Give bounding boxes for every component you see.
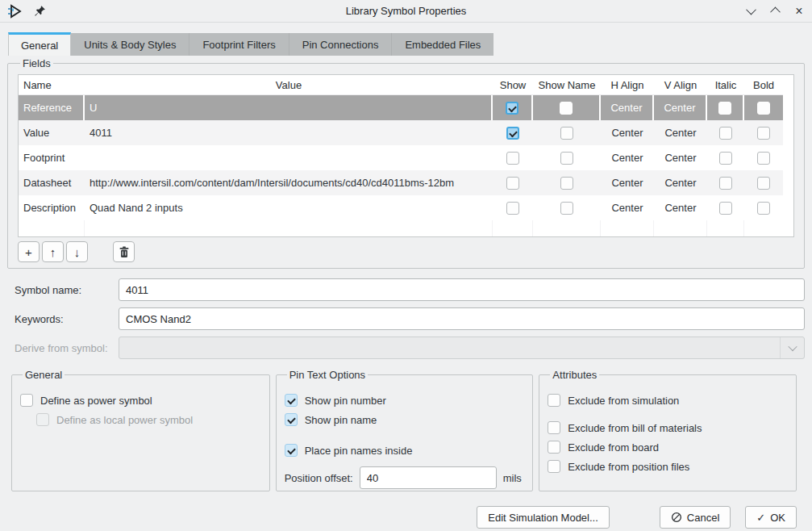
- tab-general[interactable]: General: [8, 32, 71, 56]
- show-name-checkbox[interactable]: [560, 177, 573, 190]
- checkbox-row[interactable]: Exclude from simulation: [548, 394, 788, 407]
- show-name-checkbox[interactable]: [560, 127, 573, 140]
- v-align-cell[interactable]: Center: [654, 195, 707, 220]
- place-pin-names-inside-checkbox[interactable]: [285, 444, 298, 457]
- table-row[interactable]: ReferenceUCenterCenter: [19, 95, 783, 120]
- field-value-cell[interactable]: http://www.intersil.com/content/dam/Inte…: [85, 170, 493, 195]
- ok-button[interactable]: ✓ OK: [745, 506, 797, 529]
- checkbox-row[interactable]: Show pin name: [285, 413, 525, 426]
- show-cell[interactable]: [493, 120, 533, 145]
- show-name-cell[interactable]: [533, 195, 601, 220]
- show-checkbox[interactable]: [506, 152, 519, 165]
- field-name-cell[interactable]: Datasheet: [19, 170, 85, 195]
- exclude-from-position-files-checkbox[interactable]: [548, 460, 560, 473]
- show-pin-name-checkbox[interactable]: [285, 413, 298, 426]
- h-align-cell[interactable]: Center: [601, 95, 654, 120]
- field-value-cell[interactable]: Quad Nand 2 inputs: [85, 195, 493, 220]
- v-align-cell[interactable]: Center: [654, 120, 707, 145]
- window-shade-button[interactable]: [744, 5, 757, 18]
- italic-cell[interactable]: [707, 195, 744, 220]
- italic-checkbox[interactable]: [719, 177, 732, 190]
- tab-pin-connections[interactable]: Pin Connections: [289, 33, 392, 56]
- field-value-cell[interactable]: 4011: [85, 120, 493, 145]
- h-align-cell[interactable]: Center: [601, 145, 654, 170]
- bold-cell[interactable]: [744, 120, 783, 145]
- show-name-cell[interactable]: [533, 95, 601, 120]
- bold-checkbox[interactable]: [757, 102, 770, 115]
- exclude-from-bill-of-materials-checkbox[interactable]: [548, 421, 560, 434]
- delete-field-button[interactable]: [113, 241, 135, 262]
- bold-cell[interactable]: [744, 170, 783, 195]
- window-maximize-button[interactable]: [768, 5, 781, 18]
- italic-cell[interactable]: [707, 120, 744, 145]
- define-as-power-symbol-checkbox[interactable]: [20, 394, 33, 407]
- table-row[interactable]: DescriptionQuad Nand 2 inputsCenterCente…: [19, 195, 783, 220]
- show-pin-number-checkbox[interactable]: [285, 394, 298, 407]
- table-row[interactable]: Value4011CenterCenter: [19, 120, 783, 145]
- show-name-cell[interactable]: [533, 170, 601, 195]
- show-name-checkbox[interactable]: [560, 102, 573, 115]
- italic-cell[interactable]: [707, 170, 744, 195]
- checkbox-row[interactable]: Show pin number: [285, 394, 525, 407]
- field-name-cell[interactable]: Footprint: [19, 145, 85, 170]
- cancel-button[interactable]: Cancel: [660, 506, 731, 529]
- table-row[interactable]: FootprintCenterCenter: [19, 145, 783, 170]
- show-checkbox[interactable]: [506, 177, 519, 190]
- checkbox-row[interactable]: Exclude from position files: [548, 460, 788, 473]
- tab-footprint-filters[interactable]: Footprint Filters: [189, 33, 288, 56]
- show-name-cell[interactable]: [533, 145, 601, 170]
- symbol-name-input[interactable]: [119, 278, 805, 301]
- v-align-cell[interactable]: Center: [654, 95, 707, 120]
- show-checkbox[interactable]: [506, 102, 518, 115]
- show-cell[interactable]: [493, 170, 533, 195]
- checkbox-row[interactable]: Exclude from board: [548, 441, 788, 454]
- show-name-cell[interactable]: [533, 120, 601, 145]
- bold-cell[interactable]: [744, 95, 783, 120]
- h-align-cell[interactable]: Center: [601, 170, 654, 195]
- v-align-cell[interactable]: Center: [654, 145, 707, 170]
- show-name-checkbox[interactable]: [560, 202, 573, 215]
- checkbox-row[interactable]: Exclude from bill of materials: [548, 421, 788, 434]
- italic-checkbox[interactable]: [719, 127, 732, 140]
- field-value-cell[interactable]: [85, 145, 493, 170]
- italic-checkbox[interactable]: [719, 202, 732, 215]
- bold-checkbox[interactable]: [757, 202, 770, 215]
- show-checkbox[interactable]: [506, 202, 519, 215]
- italic-cell[interactable]: [707, 145, 744, 170]
- bold-cell[interactable]: [744, 195, 783, 220]
- bold-cell[interactable]: [744, 145, 783, 170]
- window-close-button[interactable]: ×: [793, 5, 806, 18]
- tab-units-body-styles[interactable]: Units & Body Styles: [71, 33, 189, 56]
- exclude-from-simulation-checkbox[interactable]: [548, 394, 560, 407]
- h-align-cell[interactable]: Center: [601, 195, 654, 220]
- field-value-cell[interactable]: U: [85, 95, 493, 120]
- exclude-from-board-checkbox[interactable]: [548, 441, 560, 454]
- show-cell[interactable]: [493, 95, 533, 120]
- field-name-cell[interactable]: Value: [19, 120, 85, 145]
- bold-checkbox[interactable]: [757, 177, 770, 190]
- position-offset-input[interactable]: [360, 466, 497, 489]
- italic-cell[interactable]: [707, 95, 744, 120]
- show-cell[interactable]: [493, 145, 533, 170]
- field-name-cell[interactable]: Reference: [19, 95, 85, 120]
- table-row[interactable]: Datasheethttp://www.intersil.com/content…: [19, 170, 783, 195]
- checkbox-row[interactable]: Define as power symbol: [20, 394, 261, 407]
- field-name-cell[interactable]: Description: [19, 195, 85, 220]
- keywords-input[interactable]: [119, 307, 805, 330]
- show-cell[interactable]: [493, 195, 533, 220]
- bold-checkbox[interactable]: [757, 127, 770, 140]
- show-checkbox[interactable]: [506, 127, 519, 140]
- add-field-button[interactable]: +: [18, 241, 40, 262]
- tab-embedded-files[interactable]: Embedded Files: [391, 33, 493, 56]
- move-up-button[interactable]: ↑: [42, 241, 64, 262]
- fields-table[interactable]: NameValueShowShow NameH AlignV AlignItal…: [18, 74, 794, 237]
- pin-icon[interactable]: [32, 4, 47, 19]
- edit-simulation-model-button[interactable]: Edit Simulation Model...: [477, 506, 610, 529]
- checkbox-row[interactable]: Place pin names inside: [285, 444, 525, 457]
- h-align-cell[interactable]: Center: [601, 120, 654, 145]
- move-down-button[interactable]: ↓: [66, 241, 88, 262]
- italic-checkbox[interactable]: [719, 152, 732, 165]
- italic-checkbox[interactable]: [718, 102, 731, 115]
- bold-checkbox[interactable]: [757, 152, 770, 165]
- v-align-cell[interactable]: Center: [654, 170, 707, 195]
